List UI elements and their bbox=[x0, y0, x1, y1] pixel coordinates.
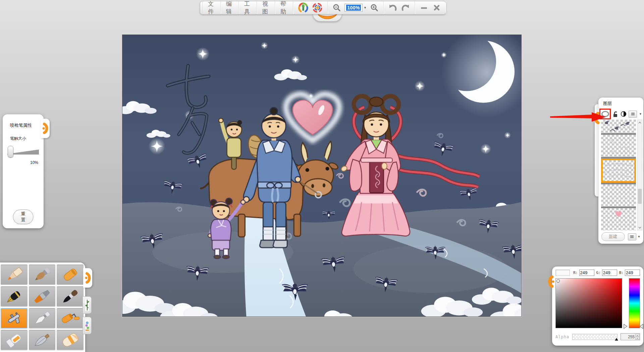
layer-options-button[interactable] bbox=[629, 111, 637, 118]
airbrush-icon bbox=[3, 310, 25, 327]
alpha-label: Alpha bbox=[555, 335, 569, 339]
tool-paint-roller[interactable] bbox=[57, 308, 84, 329]
palette-knife-icon bbox=[31, 310, 53, 327]
panel-collapse-handle[interactable] bbox=[41, 119, 50, 138]
tool-ink-brush[interactable] bbox=[57, 286, 84, 307]
minimize-icon bbox=[421, 4, 427, 11]
clown-right-eye-icon[interactable] bbox=[312, 2, 323, 13]
airbrush-properties-panel: 喷枪笔属性 笔触大小 10% 重置 bbox=[3, 114, 44, 228]
panel-title: 喷枪笔属性 bbox=[10, 122, 44, 128]
zoom-out-icon bbox=[333, 4, 341, 12]
orange-handle-icon bbox=[42, 122, 49, 134]
hue-bar[interactable] bbox=[629, 278, 640, 328]
menu-view[interactable]: 视图 bbox=[257, 1, 275, 14]
chevron-down-icon bbox=[638, 227, 641, 229]
layer-lock-icon[interactable] bbox=[613, 111, 619, 117]
tool-palette-panel bbox=[0, 262, 85, 352]
zoom-dropdown-caret-icon[interactable]: ▼ bbox=[364, 6, 367, 9]
zoom-in-icon bbox=[370, 4, 378, 12]
layer-contrast-icon[interactable] bbox=[621, 111, 627, 117]
layer-options-caret-icon[interactable]: ▼ bbox=[639, 112, 642, 116]
layer-thumbnail-heart[interactable] bbox=[601, 208, 636, 230]
saturation-value-field[interactable] bbox=[555, 278, 622, 328]
zoom-in-button[interactable] bbox=[368, 2, 381, 13]
alpha-marker-icon[interactable] bbox=[615, 338, 618, 341]
zoom-level-field[interactable]: 100% bbox=[344, 4, 363, 12]
drawing-canvas[interactable] bbox=[122, 35, 522, 317]
hue-marker-left-icon[interactable] bbox=[624, 324, 627, 329]
main-toolbar: 文件 编辑 工具 视图 帮助 100% ▼ bbox=[200, 1, 446, 14]
tool-oil-brush[interactable] bbox=[29, 286, 56, 307]
orange-handle-icon bbox=[85, 272, 91, 284]
minimize-button[interactable] bbox=[418, 2, 430, 13]
layer-thumbnail-faint-swirls[interactable] bbox=[601, 135, 636, 157]
alpha-spinner[interactable]: ▲▼ bbox=[635, 334, 639, 340]
clown-left-eye-icon[interactable] bbox=[298, 2, 309, 13]
r-input[interactable] bbox=[579, 270, 594, 276]
ink-brush-icon bbox=[59, 288, 81, 305]
chevron-up-icon bbox=[638, 122, 641, 124]
spinner-up-icon[interactable]: ▲ bbox=[635, 334, 639, 337]
canvas-artwork bbox=[122, 35, 521, 316]
alpha-value-box[interactable]: 255 ▲▼ bbox=[621, 333, 640, 340]
palette-collapse-handle[interactable] bbox=[83, 268, 92, 288]
b-input[interactable] bbox=[625, 270, 640, 276]
alpha-value: 255 bbox=[628, 335, 635, 339]
undo-button[interactable] bbox=[386, 2, 399, 13]
pencil-icon bbox=[3, 267, 25, 283]
layer-scrollbar[interactable] bbox=[637, 120, 642, 230]
menu-file[interactable]: 文件 bbox=[202, 1, 221, 14]
zoom-out-button[interactable] bbox=[330, 2, 343, 13]
tool-pencil[interactable] bbox=[1, 265, 28, 285]
redo-icon bbox=[401, 4, 410, 12]
rgb-row: R: G: B: bbox=[555, 270, 640, 276]
redo-button[interactable] bbox=[399, 2, 412, 13]
eraser-icon bbox=[59, 332, 81, 349]
menu-help[interactable]: 帮助 bbox=[275, 1, 293, 14]
tool-paint-tube[interactable] bbox=[1, 330, 28, 350]
layer-thumbnail-selected[interactable] bbox=[601, 159, 636, 183]
new-layer-button[interactable]: 新建 bbox=[601, 232, 625, 241]
g-input[interactable] bbox=[602, 270, 617, 276]
layer-thumbnail-empty[interactable] bbox=[601, 184, 636, 207]
tool-crayon[interactable] bbox=[57, 265, 84, 285]
undo-icon bbox=[388, 4, 397, 12]
scroll-up-button[interactable] bbox=[638, 120, 642, 125]
tool-leaf-pen[interactable] bbox=[29, 330, 56, 350]
tool-airbrush-selected[interactable] bbox=[1, 308, 28, 329]
bamboo-icon bbox=[85, 298, 90, 312]
paint-roller-icon bbox=[59, 310, 81, 327]
close-button[interactable] bbox=[430, 2, 443, 13]
alpha-slider[interactable] bbox=[572, 334, 618, 340]
list-icon bbox=[630, 235, 634, 238]
faint-swirl-preview bbox=[601, 135, 636, 157]
brush-size-slider[interactable] bbox=[5, 145, 42, 158]
orange-handle-icon[interactable] bbox=[547, 275, 555, 288]
slider-thumb[interactable] bbox=[8, 146, 13, 158]
sv-marker-icon[interactable] bbox=[556, 279, 560, 283]
tool-palette-knife[interactable] bbox=[29, 308, 56, 329]
brush-size-value: 10% bbox=[3, 160, 38, 165]
color-picker-panel: R: G: B: Alpha 255 ▲▼ bbox=[552, 267, 643, 346]
tool-grid bbox=[1, 265, 84, 350]
layer-list bbox=[601, 120, 636, 230]
layers-menu-button[interactable] bbox=[628, 233, 636, 240]
color-field-area bbox=[555, 278, 640, 328]
spinner-down-icon[interactable]: ▼ bbox=[635, 337, 639, 340]
menu-edit[interactable]: 编辑 bbox=[221, 1, 239, 14]
reset-button[interactable]: 重置 bbox=[13, 210, 34, 224]
scroll-down-button[interactable] bbox=[638, 225, 642, 230]
sticker-stamp-button[interactable] bbox=[83, 317, 92, 334]
hue-marker-right-icon[interactable] bbox=[640, 324, 643, 329]
layers-menu-caret-icon[interactable]: ▼ bbox=[638, 235, 641, 238]
scrollbar-thumb[interactable] bbox=[638, 189, 642, 204]
g-label: G: bbox=[596, 271, 601, 275]
tool-eraser[interactable] bbox=[57, 330, 84, 350]
tool-fountain-pen[interactable] bbox=[1, 286, 28, 307]
list-icon bbox=[631, 112, 635, 116]
bamboo-stamp-button[interactable] bbox=[83, 296, 92, 314]
layers-footer: 新建 ▼ bbox=[598, 232, 643, 241]
menu-tools[interactable]: 工具 bbox=[239, 1, 257, 14]
leaf-pen-icon bbox=[31, 332, 53, 349]
tool-brush-pen[interactable] bbox=[29, 265, 56, 285]
